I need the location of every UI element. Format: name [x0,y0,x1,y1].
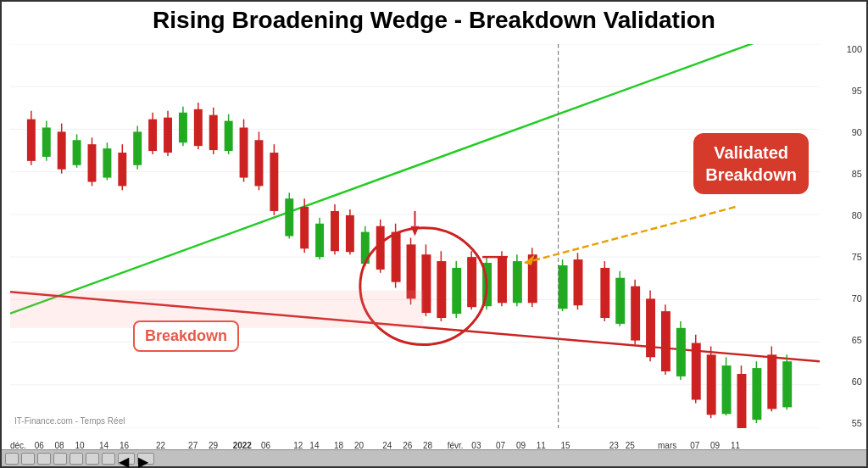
x-label-09a: 09 [516,441,526,450]
taskbar-btn-1[interactable] [5,453,19,465]
x-label-26: 26 [403,441,412,450]
y-label-80: 80 [852,210,862,220]
x-label-22a: 22 [156,441,165,450]
x-label-20: 20 [354,441,364,450]
taskbar-scroll-right[interactable]: ▶ [137,453,154,465]
x-label-09b: 09 [710,441,720,450]
y-label-70: 70 [852,293,862,304]
x-label-28: 28 [423,441,432,450]
taskbar-btn-6[interactable] [86,453,99,465]
y-label-90: 90 [852,127,862,137]
x-label-07: 07 [496,441,505,450]
watermark: IT-Finance.com - Temps Réel [14,416,125,426]
x-label-07b: 07 [690,441,699,450]
x-label-18: 18 [334,441,343,450]
x-label-23: 23 [609,441,619,450]
x-label-06a: 06 [35,441,44,450]
x-label-25: 25 [626,441,635,450]
x-label-2022: 2022 [233,441,252,450]
x-label-10: 10 [75,441,84,450]
taskbar: ◀ ▶ [2,449,866,466]
y-label-85: 85 [852,169,862,179]
x-label-03: 03 [471,441,481,450]
taskbar-btn-2[interactable] [21,453,35,465]
x-label-27: 27 [188,441,198,450]
taskbar-scroll-left[interactable]: ◀ [118,453,135,465]
taskbar-btn-4[interactable] [53,453,67,465]
y-label-75: 75 [852,252,862,262]
y-label-65: 65 [852,335,862,345]
x-label-14b: 14 [309,441,319,450]
x-label-11: 11 [537,441,546,450]
chart-title: Rising Broadening Wedge - Breakdown Vali… [2,7,866,34]
y-label-100: 100 [847,44,862,54]
y-label-60: 60 [852,376,862,387]
x-label-24: 24 [382,441,392,450]
x-label-29: 29 [209,441,218,450]
taskbar-btn-7[interactable] [102,453,115,465]
chart-svg [10,44,820,428]
taskbar-btn-5[interactable] [70,453,83,465]
y-label-95: 95 [852,86,862,96]
validated-breakdown-annotation: Validated Breakdown [693,133,809,194]
y-axis: 100 95 90 85 80 75 70 65 60 55 [824,44,862,428]
x-label-16: 16 [120,441,129,450]
breakdown-annotation: Breakdown [133,320,239,352]
taskbar-btn-3[interactable] [37,453,51,465]
chart-container: Rising Broadening Wedge - Breakdown Vali… [0,0,868,468]
y-label-55: 55 [852,418,862,428]
x-label-mars: mars [658,441,676,450]
x-label-15: 15 [560,441,570,450]
x-label-06b: 06 [261,441,270,450]
x-label-08: 08 [55,441,64,450]
x-label-fevr: févr. [448,441,464,450]
x-label-12: 12 [293,441,303,450]
x-label-dec: déc. [10,441,26,450]
svg-line-115 [525,207,736,263]
x-label-11b: 11 [731,441,740,450]
x-label-14a: 14 [99,441,108,450]
